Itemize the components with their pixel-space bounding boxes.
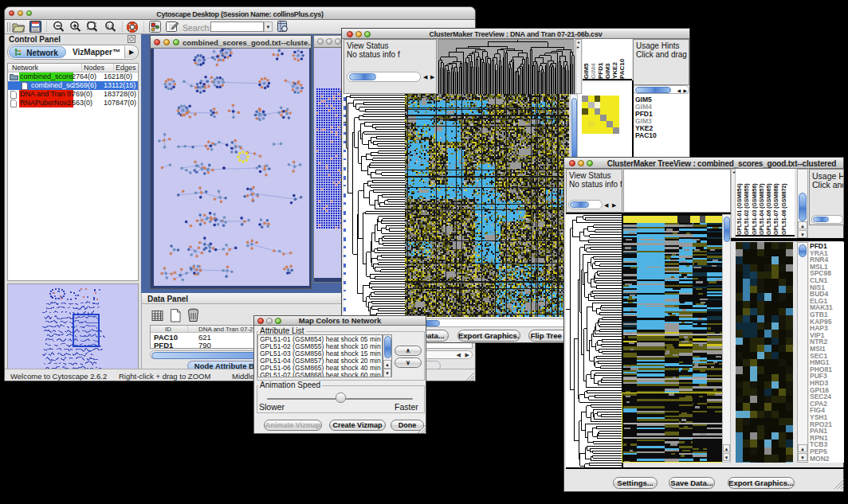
svg-text:1:1: 1:1 [107, 24, 114, 29]
